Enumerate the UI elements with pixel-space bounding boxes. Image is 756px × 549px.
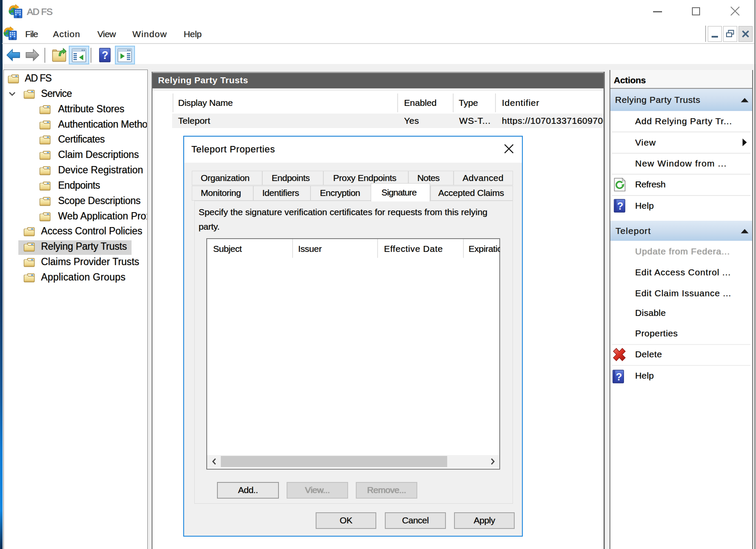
svg-text:?: ?: [102, 49, 108, 61]
